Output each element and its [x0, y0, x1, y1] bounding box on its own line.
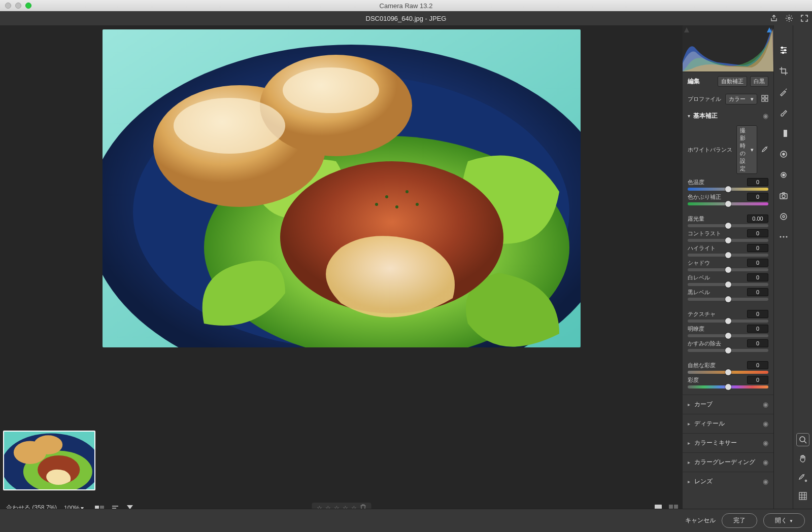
clip-shadows-icon[interactable] [684, 27, 689, 32]
svg-rect-27 [765, 95, 768, 98]
whites-slider[interactable]: 白レベル0 [688, 273, 768, 286]
svg-point-44 [783, 236, 784, 238]
slider-thumb[interactable] [725, 318, 731, 324]
brush-icon[interactable] [779, 108, 788, 119]
auto-button[interactable]: 自動補正 [718, 76, 747, 87]
visibility-icon[interactable]: ◉ [763, 439, 768, 447]
slider-thumb[interactable] [725, 333, 731, 339]
chevron-down-icon: ▾ [751, 147, 754, 153]
svg-point-13 [174, 98, 285, 154]
chevron-down-icon: ▼ [789, 519, 793, 523]
svg-rect-34 [780, 130, 784, 137]
slider-thumb[interactable] [725, 369, 731, 375]
highlights-slider[interactable]: ハイライト0 [688, 244, 768, 257]
fullscreen-icon[interactable] [800, 14, 809, 23]
gear-icon[interactable] [785, 14, 794, 23]
preset-icon[interactable] [779, 212, 788, 223]
detail-accordion[interactable]: ▸ディテール◉ [683, 414, 773, 433]
slider-thumb[interactable] [725, 201, 731, 207]
profile-browser-icon[interactable] [761, 95, 768, 103]
svg-point-6 [385, 195, 388, 198]
clarity-slider[interactable]: 明瞭度0 [688, 325, 768, 337]
saturation-slider[interactable]: 彩度0 [688, 376, 768, 388]
visibility-icon[interactable]: ◉ [763, 478, 768, 485]
profile-value: カラー [729, 95, 746, 103]
temperature-slider[interactable]: 色温度0 [688, 178, 768, 191]
cancel-button[interactable]: キャンセル [685, 516, 716, 525]
gradient-icon[interactable] [779, 129, 788, 139]
visibility-icon[interactable]: ◉ [763, 458, 768, 466]
slider-thumb[interactable] [725, 281, 731, 288]
svg-point-10 [375, 203, 378, 206]
image-viewer[interactable] [0, 25, 683, 427]
grid-icon[interactable] [799, 492, 807, 502]
open-button[interactable]: 開く▼ [763, 513, 805, 528]
contrast-slider[interactable]: コントラスト0 [688, 229, 768, 242]
color-mixer-accordion[interactable]: ▸カラーミキサー◉ [683, 433, 773, 452]
export-icon[interactable] [769, 14, 779, 23]
curve-accordion[interactable]: ▸カーブ◉ [683, 395, 773, 414]
basic-section-header[interactable]: ▾ 基本補正 ◉ [683, 108, 773, 122]
svg-rect-29 [765, 99, 768, 101]
tool-strip-left [773, 25, 793, 532]
svg-point-32 [782, 52, 784, 54]
slider-thumb[interactable] [725, 384, 731, 390]
shadows-slider[interactable]: シャドウ0 [688, 259, 768, 271]
slider-thumb[interactable] [725, 267, 731, 273]
crop-icon[interactable] [779, 66, 788, 77]
svg-point-20 [34, 435, 63, 454]
chevron-right-icon: ▸ [688, 440, 690, 446]
heal-brush-icon[interactable] [779, 87, 788, 98]
visibility-icon[interactable]: ◉ [763, 420, 768, 428]
chevron-right-icon: ▸ [688, 459, 690, 465]
visibility-icon[interactable]: ◉ [763, 112, 768, 120]
slider-thumb[interactable] [725, 237, 731, 243]
svg-point-8 [395, 205, 398, 208]
chevron-down-icon: ▾ [688, 113, 690, 119]
radial-icon[interactable] [779, 150, 788, 160]
eyedropper-icon[interactable] [761, 146, 768, 154]
slider-thumb[interactable] [725, 252, 731, 258]
redeye-icon[interactable] [779, 170, 788, 181]
svg-point-41 [781, 214, 787, 220]
exposure-slider[interactable]: 露光量0.00 [688, 215, 768, 227]
edit-sliders-icon[interactable] [779, 46, 788, 56]
visibility-icon[interactable]: ◉ [763, 401, 768, 408]
clip-highlights-icon[interactable] [767, 27, 772, 32]
main-photo [103, 29, 581, 347]
basic-title: 基本補正 [693, 112, 760, 120]
texture-slider[interactable]: テクスチャ0 [688, 310, 768, 323]
histogram[interactable] [683, 25, 773, 72]
more-icon[interactable] [779, 233, 788, 240]
color-sampler-icon[interactable] [798, 473, 807, 484]
blacks-slider[interactable]: 黒レベル0 [688, 288, 768, 301]
slider-thumb[interactable] [725, 186, 731, 192]
svg-rect-48 [799, 492, 806, 500]
slider-thumb[interactable] [725, 296, 731, 302]
slider-thumb[interactable] [725, 223, 731, 229]
slider-thumb[interactable] [725, 347, 731, 353]
svg-point-40 [782, 195, 785, 198]
svg-point-31 [784, 50, 786, 51]
edit-label: 編集 [688, 77, 700, 86]
thumbnail-selected[interactable] [3, 431, 95, 490]
tint-slider[interactable]: 色かぶり補正0 [688, 193, 768, 205]
svg-rect-26 [762, 95, 764, 98]
dehaze-slider[interactable]: かすみの除去0 [688, 339, 768, 352]
svg-point-46 [800, 437, 805, 442]
color-grading-accordion[interactable]: ▸カラーグレーディング◉ [683, 452, 773, 472]
lens-accordion[interactable]: ▸レンズ◉ [683, 472, 773, 491]
wb-select[interactable]: 撮影時の設定 ▾ [736, 125, 757, 174]
edit-panel: 編集 自動補正 白黒 プロファイル カラー ▾ ▾ 基本補正 ◉ [683, 25, 773, 532]
svg-point-0 [788, 17, 790, 19]
filename-label: DSC01096_640.jpg - JPEG [366, 15, 447, 22]
svg-point-36 [783, 153, 785, 155]
vibrance-slider[interactable]: 自然な彩度0 [688, 361, 768, 374]
mono-button[interactable]: 白黒 [750, 76, 768, 87]
done-button[interactable]: 完了 [722, 513, 757, 528]
profile-select[interactable]: カラー ▾ [725, 94, 757, 104]
svg-point-14 [283, 67, 379, 113]
hand-tool-icon[interactable] [798, 454, 807, 465]
snapshot-icon[interactable] [779, 191, 788, 202]
zoom-tool-icon[interactable] [796, 433, 809, 446]
